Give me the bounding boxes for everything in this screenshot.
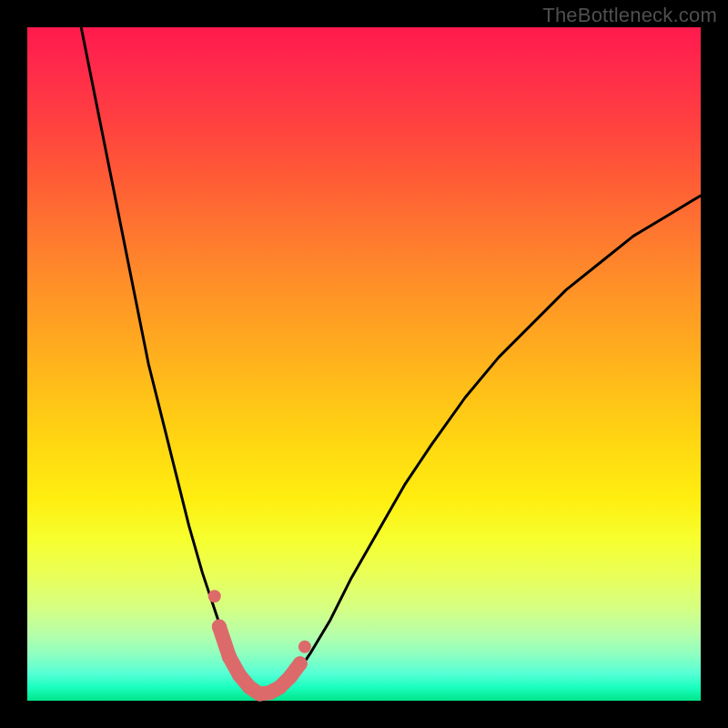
plot-area — [27, 27, 701, 701]
highlight-dot — [283, 670, 298, 684]
highlight-dot — [232, 668, 247, 682]
chart-frame: TheBottleneck.com — [0, 0, 728, 728]
endpoint-dot — [208, 590, 221, 602]
bottleneck-curve — [81, 27, 701, 694]
curve-svg — [27, 27, 701, 701]
highlight-dot — [212, 620, 227, 634]
watermark-text: TheBottleneck.com — [542, 4, 717, 27]
highlight-dot — [222, 650, 237, 664]
highlight-dot — [293, 656, 308, 671]
endpoint-dot — [298, 641, 311, 653]
